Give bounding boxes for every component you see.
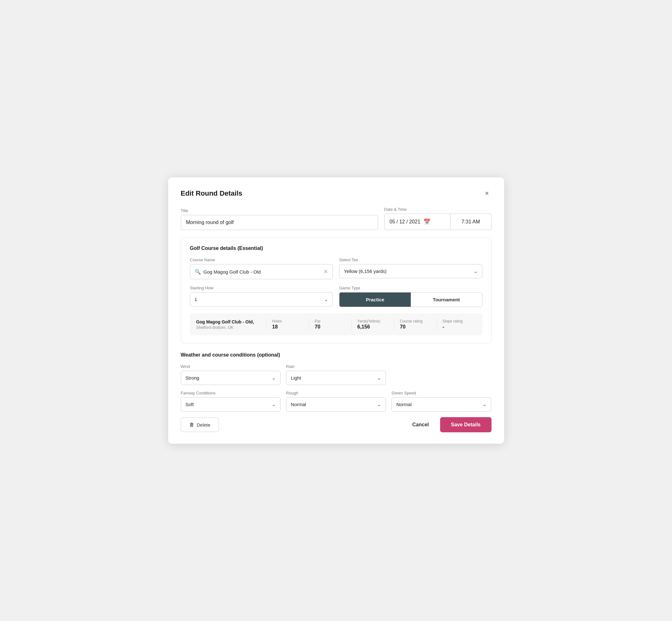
par-stat: Par 70 [309,319,348,330]
rough-label: Rough [286,391,386,396]
weather-section: Weather and course conditions (optional)… [181,352,492,411]
course-rating-stat: Course rating 70 [394,319,433,330]
slope-rating-label: Slope rating [443,319,463,323]
trash-icon: 🗑 [189,422,194,427]
rain-label: Rain [286,364,386,369]
chevron-down-icon: ⌄ [271,401,276,407]
course-info-row: Gog Magog Golf Club - Old, Shelford Bott… [190,313,482,335]
course-rating-label: Course rating [400,319,423,323]
select-tee-label: Select Tee [339,257,482,262]
select-tee-group: Select Tee Yellow (6,156 yards) ⌄ [339,257,482,279]
course-name-group: Course Name 🔍 ✕ [190,257,333,279]
wind-label: Wind [181,364,281,369]
modal-header: Edit Round Details × [181,189,492,198]
wind-value: Strong [185,375,271,380]
time-value: 7:31 AM [462,219,480,225]
tournament-button[interactable]: Tournament [411,292,482,307]
starting-hole-value: 1 [195,297,324,302]
rough-group: Rough Normal ⌄ [286,391,386,411]
date-field[interactable]: 05 / 12 / 2021 📅 [384,214,451,230]
title-field-group: Title [181,208,378,230]
chevron-down-icon: ⌄ [482,401,487,407]
rain-dropdown[interactable]: Light ⌄ [286,371,386,385]
chevron-down-icon: ⌄ [324,296,328,302]
chevron-down-icon: ⌄ [377,375,381,381]
calendar-icon: 📅 [423,218,430,225]
delete-button[interactable]: 🗑 Delete [181,417,219,432]
fairway-rough-green-row: Fairway Conditions Soft ⌄ Rough Normal ⌄… [181,391,492,411]
par-value: 70 [315,324,321,330]
yards-value: 6,156 [358,324,370,330]
course-name-label: Course Name [190,257,333,262]
select-tee-dropdown[interactable]: Yellow (6,156 yards) ⌄ [339,264,482,278]
par-label: Par [315,319,321,323]
course-rating-value: 70 [400,324,406,330]
holes-value: 18 [272,324,278,330]
rain-group: Rain Light ⌄ [286,364,386,385]
wind-dropdown[interactable]: Strong ⌄ [181,371,281,385]
date-time-wrap: 05 / 12 / 2021 📅 7:31 AM [384,214,492,230]
fairway-dropdown[interactable]: Soft ⌄ [181,397,281,411]
chevron-down-icon: ⌄ [271,375,276,381]
golf-course-title: Golf Course details (Essential) [190,246,482,251]
rain-value: Light [291,375,377,380]
title-label: Title [181,208,378,213]
date-time-field-group: Date & Time 05 / 12 / 2021 📅 7:31 AM [384,207,492,230]
green-speed-dropdown[interactable]: Normal ⌄ [391,397,491,411]
course-name-sub: Shelford Bottom, UK [196,325,263,330]
cancel-button[interactable]: Cancel [407,418,434,432]
rough-dropdown[interactable]: Normal ⌄ [286,397,386,411]
right-buttons: Cancel Save Details [407,417,492,432]
select-tee-value: Yellow (6,156 yards) [344,268,473,274]
starting-hole-group: Starting Hole 1 ⌄ [190,286,333,307]
rough-value: Normal [291,402,377,407]
fairway-value: Soft [185,402,271,407]
date-value: 05 / 12 / 2021 [390,219,421,225]
course-tee-row: Course Name 🔍 ✕ Select Tee Yellow (6,156… [190,257,482,279]
modal-title: Edit Round Details [181,189,243,198]
save-button[interactable]: Save Details [440,417,491,432]
footer-row: 🗑 Delete Cancel Save Details [181,417,492,432]
date-time-label: Date & Time [384,207,492,212]
course-name-block: Gog Magog Golf Club - Old, Shelford Bott… [196,319,263,330]
game-type-group: Game Type Practice Tournament [339,286,482,307]
starting-hole-dropdown[interactable]: 1 ⌄ [190,292,333,306]
chevron-down-icon: ⌄ [473,268,478,274]
time-field[interactable]: 7:31 AM [451,214,492,230]
fairway-group: Fairway Conditions Soft ⌄ [181,391,281,411]
weather-spacer [391,364,491,385]
starting-hole-label: Starting Hole [190,286,333,290]
slope-rating-stat: Slope rating - [437,319,476,330]
golf-course-section: Golf Course details (Essential) Course N… [181,238,492,343]
green-speed-group: Green Speed Normal ⌄ [391,391,491,411]
practice-button[interactable]: Practice [339,292,411,307]
title-input[interactable] [181,215,378,230]
green-speed-label: Green Speed [391,391,491,396]
yards-label: Yards(Yellow) [358,319,380,323]
green-speed-value: Normal [396,402,482,407]
holes-stat: Holes 18 [266,319,306,330]
holes-label: Holes [272,319,282,323]
slope-rating-value: - [443,324,444,330]
course-name-main: Gog Magog Golf Club - Old, [196,319,263,324]
game-type-toggle: Practice Tournament [339,292,482,307]
yards-stat: Yards(Yellow) 6,156 [351,319,391,330]
chevron-down-icon: ⌄ [377,401,381,407]
weather-section-title: Weather and course conditions (optional) [181,352,492,358]
wind-rain-row: Wind Strong ⌄ Rain Light ⌄ [181,364,492,385]
clear-icon[interactable]: ✕ [323,268,328,275]
game-type-label: Game Type [339,286,482,290]
edit-round-modal: Edit Round Details × Title Date & Time 0… [168,177,504,444]
hole-gametype-row: Starting Hole 1 ⌄ Game Type Practice Tou… [190,286,482,307]
course-name-input[interactable] [204,269,321,275]
delete-label: Delete [197,422,210,427]
search-icon: 🔍 [195,269,201,275]
top-row: Title Date & Time 05 / 12 / 2021 📅 7:31 … [181,207,492,230]
fairway-label: Fairway Conditions [181,391,281,396]
close-button[interactable]: × [482,189,492,198]
course-name-input-wrap[interactable]: 🔍 ✕ [190,264,333,279]
wind-group: Wind Strong ⌄ [181,364,281,385]
